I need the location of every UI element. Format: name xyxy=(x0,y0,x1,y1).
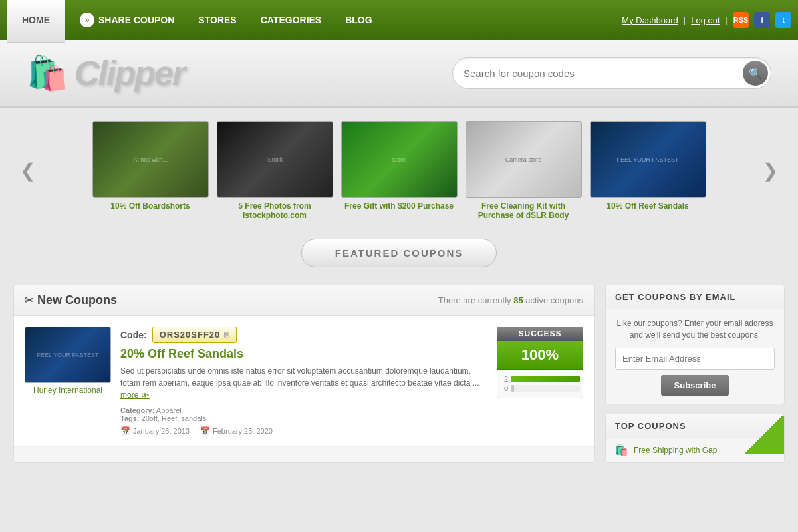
coupon-title: 20% Off Reef Sandals xyxy=(120,347,487,361)
code-label: Code: xyxy=(120,330,147,340)
active-count: 85 xyxy=(513,295,523,305)
date-added-value: January 26, 2013 xyxy=(133,427,190,435)
featured-coupons-button[interactable]: FEATURED COUPONS xyxy=(301,239,497,267)
dashboard-link[interactable]: My Dashboard xyxy=(622,15,678,25)
active-coupons-text: There are currently 85 active coupons xyxy=(438,295,583,305)
logo-area: 🛍️ Clipper xyxy=(27,53,184,93)
slider-caption-1: 10% Off Boardshorts xyxy=(92,201,209,211)
slider-items: At nos with... 10% Off Boardshorts iStoc… xyxy=(42,121,756,220)
subscribe-button[interactable]: Subscribe xyxy=(661,375,730,396)
slider-image-3: store xyxy=(341,121,458,198)
tags-label: Tags: xyxy=(120,414,140,422)
copy-icon[interactable]: ⎘ xyxy=(224,331,229,340)
success-label: SUCCESS xyxy=(497,327,583,341)
more-link[interactable]: more ≫ xyxy=(120,390,150,400)
coupon-code-box[interactable]: ORS20SFF20 ⎘ xyxy=(152,327,237,343)
date-added: 📅 January 26, 2013 xyxy=(120,426,190,436)
featured-coupons-section: FEATURED COUPONS xyxy=(0,227,798,274)
new-coupons-header: ✂ New Coupons There are currently 85 act… xyxy=(14,285,594,316)
search-input[interactable] xyxy=(464,68,743,79)
search-button[interactable]: 🔍 xyxy=(743,61,768,86)
slider-prev-button[interactable]: ❮ xyxy=(13,153,42,188)
slider-image-5: FEEL YOUR FASTEST xyxy=(590,121,706,198)
calendar-icon-2: 📅 xyxy=(200,426,210,436)
tags-value: 20off, Reef, sandals xyxy=(142,414,207,422)
date-expiry-value: February 25, 2020 xyxy=(213,427,273,435)
list-item[interactable]: At nos with... 10% Off Boardshorts xyxy=(92,121,209,220)
coupon-description: Sed ut perspiciatis unde omnis iste natu… xyxy=(120,365,487,401)
right-column: GET COUPONS BY EMAIL Like our coupons? E… xyxy=(605,285,785,463)
nav-right-area: My Dashboard | Log out | RSS f t xyxy=(622,12,791,28)
email-description: Like our coupons? Enter your email addre… xyxy=(615,317,775,341)
slider-caption-4: Free Cleaning Kit with Purchase of dSLR … xyxy=(466,201,582,220)
store-link[interactable]: Hurley International xyxy=(33,386,102,395)
share-icon: » xyxy=(80,13,94,27)
facebook-icon[interactable]: f xyxy=(754,12,770,28)
top-coupon-link[interactable]: Free Shipping with Gap xyxy=(634,446,757,455)
calendar-icon-1: 📅 xyxy=(120,426,130,436)
search-area: 🔍 xyxy=(452,57,771,89)
email-input[interactable] xyxy=(615,348,775,370)
top-coupons-title: TOP COUPONS xyxy=(615,421,686,431)
coupon-tags: Tags: 20off, Reef, sandals xyxy=(120,414,487,422)
list-item[interactable]: FEEL YOUR FASTEST 10% Off Reef Sandals xyxy=(590,121,706,220)
nav-share-label: SHARE COUPON xyxy=(98,15,174,25)
vote-up-bar xyxy=(511,376,580,382)
rss-icon[interactable]: RSS xyxy=(733,12,749,28)
nav-blog-button[interactable]: BLOG xyxy=(333,8,384,32)
logo-text: Clipper xyxy=(74,53,184,93)
coupon-item: FEEL YOUR FASTEST Hurley International C… xyxy=(14,316,594,447)
vote-up-count: 2 xyxy=(500,375,508,383)
coupon-thumb-wrap: FEEL YOUR FASTEST Hurley International xyxy=(25,327,111,436)
success-meter: SUCCESS 100% 2 0 xyxy=(497,327,583,436)
site-header: 🛍️ Clipper 🔍 xyxy=(0,40,798,108)
scissors-icon: ✂ xyxy=(25,294,33,307)
slider-image-4: Camera store xyxy=(466,121,582,198)
green-corner-decoration xyxy=(744,414,784,454)
list-item[interactable]: iStock 5 Free Photos from istockphoto.co… xyxy=(217,121,333,220)
vote-up-row: 2 xyxy=(500,375,580,383)
new-coupons-title: ✂ New Coupons xyxy=(25,293,117,307)
active-prefix: There are currently xyxy=(438,295,513,305)
logo-icon: 🛍️ xyxy=(27,54,68,92)
nav-home-button[interactable]: HOME xyxy=(7,0,65,43)
slider-container: ❮ At nos with... 10% Off Boardshorts iSt… xyxy=(0,121,798,220)
slider-image-1: At nos with... xyxy=(92,121,209,198)
active-suffix: active coupons xyxy=(523,295,583,305)
vote-up-bar-wrap xyxy=(511,376,580,382)
nav-share-button[interactable]: » SHARE COUPON xyxy=(68,6,186,34)
slider-caption-5: 10% Off Reef Sandals xyxy=(590,201,706,211)
slider-caption-2: 5 Free Photos from istockphoto.com xyxy=(217,201,333,220)
success-percentage: 100% xyxy=(497,341,583,370)
navigation: HOME » SHARE COUPON STORES CATEGORIES BL… xyxy=(0,0,798,40)
vote-bars: 2 0 xyxy=(497,370,583,398)
coupon-desc-text: Sed ut perspiciatis unde omnis iste natu… xyxy=(120,366,479,388)
slider-image-2: iStock xyxy=(217,121,333,198)
new-coupons-panel: ✂ New Coupons There are currently 85 act… xyxy=(13,285,595,463)
logout-link[interactable]: Log out xyxy=(691,15,720,25)
category-label: Category: xyxy=(120,406,154,414)
nav-categories-button[interactable]: CATEGORIES xyxy=(249,8,334,32)
slider-next-button[interactable]: ❯ xyxy=(756,153,785,188)
coupon-meta: Category: Apparel xyxy=(120,406,487,414)
list-item[interactable]: store Free Gift with $200 Purchase xyxy=(341,121,458,220)
nav-separator2: | xyxy=(726,15,728,25)
top-coupons-header: TOP COUPONS xyxy=(606,414,784,438)
nav-separator: | xyxy=(684,15,686,25)
email-signup-body: Like our coupons? Enter your email addre… xyxy=(606,309,784,404)
coupon-code-value: ORS20SFF20 xyxy=(160,330,221,340)
vote-down-bar xyxy=(511,385,514,392)
coupon-details: Code: ORS20SFF20 ⎘ 20% Off Reef Sandals … xyxy=(120,327,487,436)
vote-down-bar-wrap xyxy=(511,385,580,392)
vote-down-count: 0 xyxy=(500,384,508,392)
coupon-slider: ❮ At nos with... 10% Off Boardshorts iSt… xyxy=(0,108,798,227)
main-content: ✂ New Coupons There are currently 85 act… xyxy=(0,274,798,473)
vote-down-row: 0 xyxy=(500,384,580,392)
coupon-thumbnail: FEEL YOUR FASTEST xyxy=(25,327,111,383)
email-signup-card: GET COUPONS BY EMAIL Like our coupons? E… xyxy=(605,285,785,404)
top-coupons-card: TOP COUPONS 🛍️ Free Shipping with Gap - … xyxy=(605,414,785,463)
nav-stores-button[interactable]: STORES xyxy=(186,8,248,32)
category-value: Apparel xyxy=(156,406,182,414)
twitter-icon[interactable]: t xyxy=(775,12,791,28)
list-item[interactable]: Camera store Free Cleaning Kit with Purc… xyxy=(466,121,582,220)
